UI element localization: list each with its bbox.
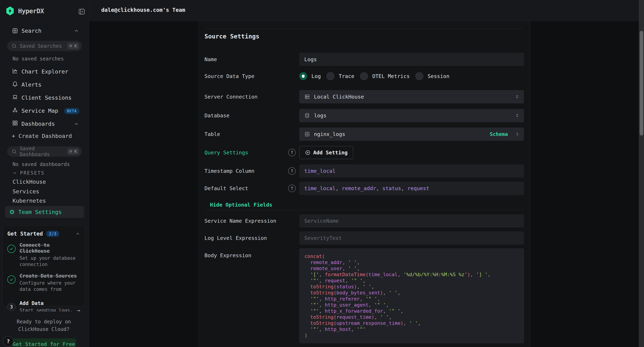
name-input[interactable]: Logs <box>299 53 524 66</box>
clickhouse-cloud-card: Ready to deploy on ClickHouse Cloud? Get… <box>2 312 85 347</box>
page-title: dale@clickhouse.com's Team <box>101 7 185 13</box>
presets-label: PRESETS <box>20 170 45 176</box>
help-button[interactable]: ? <box>3 336 14 347</box>
brand: HyperDX <box>6 6 44 16</box>
saved-searches-input[interactable]: Saved Searches ⌘ K <box>7 41 82 51</box>
presets-toggle[interactable]: PRESETS <box>12 170 45 176</box>
saved-dashboards-placeholder: Saved Dashboards <box>20 146 67 158</box>
log-level-input[interactable]: SeverityText <box>299 232 524 245</box>
chevron-up-icon[interactable] <box>74 121 79 127</box>
service-map-icon <box>12 107 18 113</box>
chevron-updown-icon <box>515 113 520 118</box>
log-level-placeholder: SeverityText <box>304 235 342 241</box>
body-expression-label: Body Expression <box>204 252 251 258</box>
sidebar-collapse-icon[interactable] <box>78 8 86 16</box>
form-heading: Source Settings <box>204 33 524 40</box>
main-content: Source Settings Name Logs Source Data Ty… <box>89 21 644 347</box>
step-number-badge: 3 <box>7 303 16 311</box>
sidebar-item-clickhouse[interactable]: ClickHouse <box>12 178 46 185</box>
server-connection-label: Server Connection <box>204 94 258 100</box>
nav-label: Chart Explorer <box>22 68 68 75</box>
log-level-label: Log Level Expression <box>204 235 267 241</box>
log-level-row: Log Level Expression SeverityText <box>204 232 524 245</box>
beta-badge: BETA <box>64 108 80 114</box>
radio-otel-metrics[interactable]: OTEL Metrics <box>360 72 410 80</box>
hide-optional-fields-button[interactable]: Hide Optional Fields <box>210 202 272 208</box>
table-row: Table nginx_logs Schema <box>204 128 524 141</box>
sidebar-item-team-settings[interactable]: ⚙ Team Settings <box>5 206 84 218</box>
timestamp-column-input[interactable]: time_local <box>299 164 524 178</box>
progress-badge: 2/3 <box>46 231 60 237</box>
brand-name: HyperDX <box>18 7 44 15</box>
default-select-label: Default Select <box>204 185 248 192</box>
shortcut-badge: ⌘ K <box>67 43 79 49</box>
gear-icon: ⚙ <box>9 209 15 215</box>
sidebar-item-services[interactable]: Services <box>12 188 39 194</box>
help-circle-icon[interactable]: ? <box>288 149 296 156</box>
schema-button[interactable]: Schema <box>490 131 508 137</box>
service-name-input[interactable]: ServiceName <box>299 214 524 228</box>
sidebar-item-service-map[interactable]: Service Map BETA <box>0 106 89 116</box>
radio-icon <box>416 72 423 80</box>
radio-selected-icon <box>299 72 307 80</box>
table-select[interactable]: nginx_logs Schema <box>299 128 524 141</box>
chevron-up-icon[interactable] <box>74 28 79 34</box>
radio-trace[interactable]: Trace <box>326 72 354 80</box>
sidebar-item-client-sessions[interactable]: Client Sessions <box>0 93 89 103</box>
nav-label: Dashboards <box>22 120 55 127</box>
sidebar-item-search[interactable]: Search <box>0 26 89 35</box>
create-dashboard-button[interactable]: + Create Dashboard <box>12 133 72 139</box>
radio-session[interactable]: Session <box>416 72 449 80</box>
get-started-free-button[interactable]: Get Started for Free <box>12 338 76 347</box>
no-saved-searches-text: No saved searches <box>12 56 64 62</box>
hyperdx-logo-icon <box>6 6 14 16</box>
server-icon <box>304 94 310 100</box>
radio-icon <box>360 72 368 80</box>
chevron-down-icon <box>12 171 17 175</box>
timestamp-column-value: time_local <box>304 168 336 174</box>
radio-log[interactable]: Log <box>299 72 321 80</box>
team-settings-label: Team Settings <box>18 209 62 215</box>
help-circle-icon[interactable]: ? <box>288 167 296 175</box>
service-name-row: Service Name Expression ServiceName <box>204 214 524 228</box>
sidebar-item-chart-explorer[interactable]: Chart Explorer <box>0 66 89 76</box>
radio-icon <box>326 72 334 80</box>
server-connection-row: Server Connection Local ClickHouse <box>204 90 524 104</box>
database-label: Database <box>204 112 230 118</box>
get-started-step-2[interactable]: Create Data Sources Configure where your… <box>7 273 80 292</box>
server-connection-value: Local ClickHouse <box>314 94 364 100</box>
query-settings-label: Query Settings <box>204 150 248 156</box>
scrollbar-track[interactable] <box>639 0 644 347</box>
add-setting-button[interactable]: Add Setting <box>299 146 353 159</box>
optional-fields-divider <box>204 210 524 210</box>
radio-label: Trace <box>339 73 354 79</box>
body-expression-row: Body Expression concat( remote_addr, ' '… <box>204 248 524 343</box>
step-title: Create Data Sources <box>20 273 78 279</box>
radio-label: Log <box>312 73 321 79</box>
get-started-step-1[interactable]: Connect to ClickHouse Set up your databa… <box>7 242 80 268</box>
database-select[interactable]: logs <box>299 109 524 122</box>
saved-searches-placeholder: Saved Searches <box>20 43 67 49</box>
scrollbar-thumb[interactable] <box>640 31 643 136</box>
default-select-row: Default Select ? time_local, remote_addr… <box>204 182 524 195</box>
server-connection-select[interactable]: Local ClickHouse <box>299 90 524 104</box>
database-value: logs <box>314 112 326 118</box>
shortcut-badge: ⌘ K <box>67 148 79 155</box>
query-settings-row: Query Settings ? Add Setting <box>204 146 524 159</box>
topbar: dale@clickhouse.com's Team <box>89 0 644 21</box>
body-expression-editor[interactable]: concat( remote_addr, ' ', remote_user, '… <box>299 248 524 343</box>
service-name-placeholder: ServiceName <box>304 218 339 224</box>
laptop-icon <box>12 94 18 100</box>
table-value: nginx_logs <box>314 131 345 137</box>
source-data-type-row: Source Data Type Log Trace O <box>204 71 524 82</box>
help-circle-icon[interactable]: ? <box>288 184 296 192</box>
timestamp-column-row: Timestamp Column ? time_local <box>204 164 524 178</box>
chevron-up-icon[interactable] <box>75 231 80 236</box>
sidebar-item-alerts[interactable]: Alerts <box>0 80 89 90</box>
cloud-card-text: Ready to deploy on ClickHouse Cloud? <box>7 318 81 333</box>
table-icon <box>304 131 310 137</box>
default-select-input[interactable]: time_local, remote_addr, status, request <box>299 182 524 195</box>
sidebar-item-dashboards[interactable]: Dashboards <box>0 119 89 129</box>
saved-dashboards-input[interactable]: Saved Dashboards ⌘ K <box>7 146 82 157</box>
sidebar-item-kubernetes[interactable]: Kubernetes <box>12 198 46 204</box>
